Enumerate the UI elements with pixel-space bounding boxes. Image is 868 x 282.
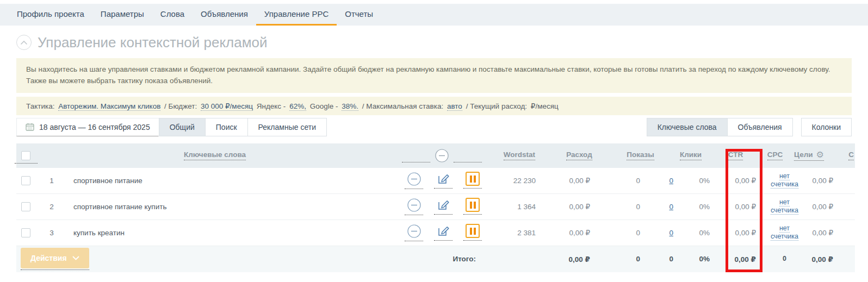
no-counter-line1: нет: [779, 198, 790, 206]
clicks-link[interactable]: 0: [669, 177, 673, 185]
no-counter-link[interactable]: нет счетчика: [771, 172, 798, 189]
exclude-keyword-button[interactable]: [405, 172, 423, 189]
tab-words[interactable]: Слова: [152, 4, 193, 26]
row-checkbox[interactable]: [21, 202, 30, 211]
icon-dots: [434, 188, 452, 189]
edit-bid-button[interactable]: [434, 172, 452, 189]
no-counter-line2: счетчика: [771, 180, 798, 189]
row-number: 1: [35, 177, 68, 185]
columns-button-wrap: Колонки: [802, 118, 852, 136]
budget-link[interactable]: 30 000 ₽/месяц: [201, 102, 253, 111]
clicks-cell: 0: [650, 177, 685, 185]
columns-button[interactable]: Колонки: [801, 118, 852, 136]
header-dash: [402, 162, 430, 162]
row-number: 3: [35, 229, 68, 237]
toolbar-right: Ключевые слова Объявления Колонки: [647, 118, 852, 136]
goals-cell: нет счетчика: [761, 224, 808, 241]
cpc-value: 0,00 ₽: [718, 176, 761, 185]
current-spend-value: ₽/месяц: [531, 102, 559, 110]
keywords-table: Ключевые слова Wordstat Расход Показы Кл…: [16, 143, 855, 272]
tactic-label: Тактика:: [26, 102, 54, 110]
yandex-share-link[interactable]: 62%,: [289, 102, 306, 111]
table-header-row: Ключевые слова Wordstat Расход Показы Кл…: [16, 143, 855, 168]
sort-impressions[interactable]: Показы: [627, 151, 654, 160]
entity-tab-ads[interactable]: Объявления: [727, 118, 793, 136]
tab-ppc-management[interactable]: Управление PPC: [256, 4, 337, 26]
max-bid-label: / Максимальная ставка:: [362, 102, 443, 110]
spend-value: 0,00 ₽: [538, 176, 598, 185]
row-number: 2: [35, 203, 68, 211]
edit-bid-button[interactable]: [434, 198, 452, 215]
date-range-picker[interactable]: 18 августа — 16 сентября 2025: [16, 118, 159, 136]
minus-circle-icon: [407, 198, 421, 212]
exclude-keyword-button[interactable]: [405, 198, 423, 215]
edit-icon: [436, 224, 450, 238]
edit-icon: [436, 198, 450, 212]
chevron-down-icon: [72, 256, 79, 260]
select-all-checkbox[interactable]: [21, 151, 30, 160]
header-clicks: Клики: [672, 151, 710, 160]
select-all-cell: [16, 148, 35, 164]
sort-ctr[interactable]: CTR: [728, 151, 743, 160]
sort-wordstat[interactable]: Wordstat: [504, 151, 535, 160]
header-dots: [15, 163, 38, 164]
view-tab-ad-networks[interactable]: Рекламные сети: [247, 118, 327, 136]
info-box: Вы находитесь на шаге управления ставкам…: [16, 58, 852, 93]
gear-icon[interactable]: ⚙: [816, 151, 824, 159]
yandex-share-label: Яндекс -: [257, 102, 286, 110]
tactic-link[interactable]: Авторежим. Максимум кликов: [58, 102, 160, 111]
row-actions: [389, 198, 484, 215]
entity-tab-keywords[interactable]: Ключевые слова: [647, 118, 728, 136]
wordstat-value: 1 364: [484, 203, 538, 211]
totals-goals: 0: [761, 255, 808, 264]
max-bid-link[interactable]: авто: [447, 102, 462, 111]
row-checkbox[interactable]: [21, 176, 30, 185]
clicks-link[interactable]: 0: [669, 203, 673, 211]
icon-dots: [405, 215, 423, 215]
google-share-link[interactable]: 38%.: [342, 102, 358, 111]
google-share-label: Google -: [310, 102, 338, 110]
icon-dots: [434, 214, 452, 215]
totals-ctr: 0%: [685, 255, 718, 263]
collapse-section-icon[interactable]: [16, 35, 32, 50]
ctr-value: 0%: [685, 229, 718, 237]
icon-dots: [405, 241, 423, 241]
no-counter-link[interactable]: нет счетчика: [771, 224, 798, 241]
totals-cost: 0,00 ₽: [808, 255, 855, 264]
no-counter-link[interactable]: нет счетчика: [771, 198, 798, 215]
sort-spend[interactable]: Расход: [566, 151, 592, 160]
sort-keywords[interactable]: Ключевые слова: [184, 151, 246, 160]
actions-button[interactable]: Действия: [21, 248, 89, 268]
row-check-cell: [16, 228, 35, 237]
view-tab-search[interactable]: Поиск: [205, 118, 248, 136]
tab-project-profile[interactable]: Профиль проекта: [9, 4, 92, 26]
toolbar: 18 августа — 16 сентября 2025 Общий Поис…: [16, 118, 852, 136]
tab-parameters[interactable]: Параметры: [92, 4, 152, 26]
header-goals: Цели ⚙: [789, 151, 829, 161]
edit-bid-button[interactable]: [434, 224, 452, 241]
minus-circle-icon[interactable]: [435, 148, 449, 163]
header-impressions: Показы: [609, 151, 672, 160]
row-checkbox[interactable]: [21, 228, 30, 237]
pause-icon: [466, 198, 480, 212]
minus-circle-icon: [407, 172, 421, 186]
sort-last[interactable]: С: [848, 151, 854, 160]
impressions-value: 0: [598, 203, 650, 211]
no-counter-line2: счетчика: [771, 233, 798, 241]
header-spend: Расход: [549, 151, 609, 160]
sort-goals[interactable]: Цели ⚙: [794, 151, 824, 161]
tab-reports[interactable]: Отчеты: [337, 4, 381, 26]
clicks-cell: 0: [650, 203, 685, 211]
pause-keyword-button[interactable]: [463, 198, 482, 215]
icon-dots: [463, 214, 482, 215]
totals-impressions: 0: [598, 255, 650, 263]
sort-cpc[interactable]: CPC: [767, 151, 783, 160]
pause-keyword-button[interactable]: [463, 224, 482, 241]
view-tab-general[interactable]: Общий: [159, 118, 206, 136]
sort-clicks[interactable]: Клики: [680, 151, 702, 160]
clicks-link[interactable]: 0: [669, 229, 673, 237]
pause-keyword-button[interactable]: [463, 172, 482, 189]
icon-dots: [434, 240, 452, 241]
tab-ads[interactable]: Объявления: [193, 4, 256, 26]
exclude-keyword-button[interactable]: [405, 224, 423, 241]
